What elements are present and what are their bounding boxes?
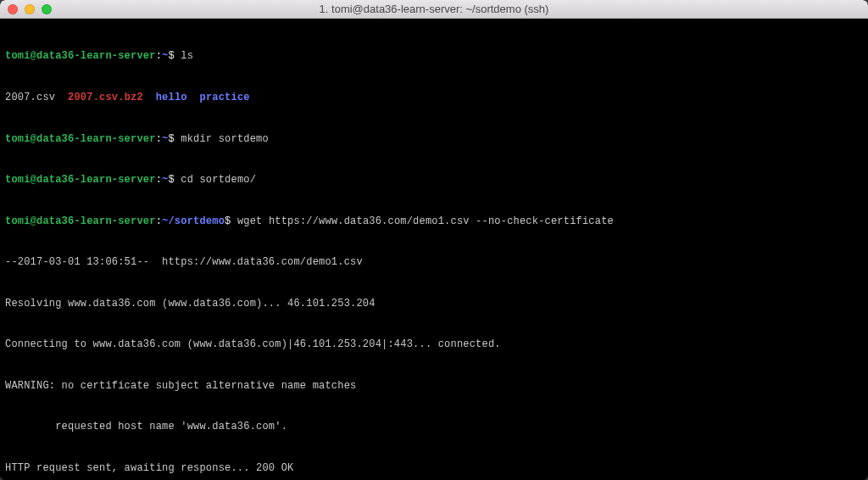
prompt-colon: : <box>156 133 162 145</box>
prompt-userhost: tomi@data36-learn-server <box>5 215 156 227</box>
command-text: ls <box>181 50 193 62</box>
prompt-colon: : <box>156 174 162 186</box>
window-title: 1. tomi@data36-learn-server: ~/sortdemo … <box>0 3 868 15</box>
wget-output: Connecting to www.data36.com (www.data36… <box>5 338 863 351</box>
prompt-line: tomi@data36-learn-server:~$ cd sortdemo/ <box>5 173 863 187</box>
minimize-icon[interactable] <box>25 4 35 14</box>
prompt-line: tomi@data36-learn-server:~$ mkdir sortde… <box>5 132 863 146</box>
prompt-userhost: tomi@data36-learn-server <box>5 174 156 186</box>
command-text: cd sortdemo/ <box>181 174 256 186</box>
prompt-dollar: $ <box>168 133 181 145</box>
prompt-line: tomi@data36-learn-server:~/sortdemo$ wge… <box>5 215 863 228</box>
prompt-userhost: tomi@data36-learn-server <box>5 50 156 62</box>
titlebar: 1. tomi@data36-learn-server: ~/sortdemo … <box>0 0 868 19</box>
wget-output: requested host name 'www.data36.com'. <box>5 420 863 433</box>
dir-practice: practice <box>200 92 250 103</box>
prompt-dollar: $ <box>168 174 181 186</box>
terminal-window: 1. tomi@data36-learn-server: ~/sortdemo … <box>0 0 868 480</box>
prompt-dollar: $ <box>225 215 237 227</box>
wget-output: WARNING: no certificate subject alternat… <box>5 379 863 393</box>
file-csv: 2007.csv <box>5 92 55 103</box>
file-bz2: 2007.csv.bz2 <box>68 92 143 103</box>
maximize-icon[interactable] <box>42 4 52 14</box>
command-text: mkdir sortdemo <box>181 133 269 145</box>
traffic-lights <box>0 4 52 14</box>
prompt-line: tomi@data36-learn-server:~$ ls <box>5 49 863 63</box>
command-text: wget https://www.data36.com/demo1.csv --… <box>237 215 614 227</box>
terminal-body[interactable]: tomi@data36-learn-server:~$ ls 2007.csv … <box>0 19 868 480</box>
prompt-userhost: tomi@data36-learn-server <box>5 133 156 145</box>
ls-output: 2007.csv 2007.csv.bz2 hello practice <box>5 91 863 104</box>
dir-hello: hello <box>156 92 187 103</box>
close-icon[interactable] <box>8 4 18 14</box>
prompt-path: ~/sortdemo <box>162 215 225 227</box>
prompt-dollar: $ <box>168 50 181 62</box>
wget-output: HTTP request sent, awaiting response... … <box>5 461 863 475</box>
wget-output: Resolving www.data36.com (www.data36.com… <box>5 297 863 310</box>
prompt-colon: : <box>156 215 162 227</box>
prompt-colon: : <box>156 50 162 62</box>
wget-output: --2017-03-01 13:06:51-- https://www.data… <box>5 255 863 269</box>
